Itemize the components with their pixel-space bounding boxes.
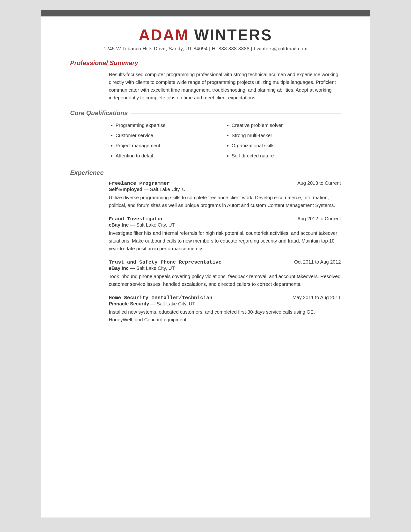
list-item: Attention to detail xyxy=(116,151,225,160)
qualifications-col1: Programming expertise Customer service P… xyxy=(109,121,225,161)
job-dates: Aug 2012 to Current xyxy=(297,216,341,221)
core-qualifications-section: Core Qualifications Programming expertis… xyxy=(70,109,341,161)
list-item: Customer service xyxy=(116,131,225,140)
contact-info: 1245 W Tobacco Hills Drive, Sandy, UT 84… xyxy=(70,46,341,51)
job-fraud-investigator: Fraud Investigator Aug 2012 to Current e… xyxy=(70,216,341,252)
professional-summary-line xyxy=(141,63,341,63)
job-header: Trust and Safety Phone Representative Oc… xyxy=(109,259,341,265)
company-name: Self-Employed xyxy=(109,187,142,192)
job-description: Installed new systems, educated customer… xyxy=(109,308,341,323)
qualifications-col2: Creative problem solver Strong multi-tas… xyxy=(225,121,341,161)
professional-summary-title: Professional Summary xyxy=(70,59,141,67)
first-name: ADAM xyxy=(139,26,189,44)
company-name: Pinnacle Security xyxy=(109,301,149,306)
list-item: Strong multi-tasker xyxy=(232,131,341,140)
last-name: WINTERS xyxy=(189,26,272,44)
job-company: Pinnacle Security — Salt Lake City, UT xyxy=(109,301,341,307)
professional-summary-section: Professional Summary Results-focused com… xyxy=(70,59,341,102)
job-description: Took inbound phone appeals covering poli… xyxy=(109,273,341,288)
experience-header: Experience xyxy=(70,169,341,177)
qualifications-grid: Programming expertise Customer service P… xyxy=(70,121,341,161)
job-header: Home Security Installer/Technician May 2… xyxy=(109,295,341,301)
job-home-security: Home Security Installer/Technician May 2… xyxy=(70,295,341,323)
job-freelance-programmer: Freelance Programmer Aug 2013 to Current… xyxy=(70,180,341,209)
job-header: Freelance Programmer Aug 2013 to Current xyxy=(109,180,341,186)
resume-page: ADAM WINTERS 1245 W Tobacco Hills Drive,… xyxy=(41,10,370,517)
job-title: Home Security Installer/Technician xyxy=(109,295,212,301)
job-trust-safety: Trust and Safety Phone Representative Oc… xyxy=(70,259,341,288)
job-dates: May 2011 to Aug 2011 xyxy=(292,295,341,300)
job-description: Investigate filter hits and internal ref… xyxy=(109,229,341,252)
job-dates: Oct 2011 to Aug 2012 xyxy=(294,259,341,265)
job-company: eBay Inc — Salt Lake City, UT xyxy=(109,266,341,271)
experience-section: Experience Freelance Programmer Aug 2013… xyxy=(70,169,341,323)
content-area: ADAM WINTERS 1245 W Tobacco Hills Drive,… xyxy=(41,17,370,345)
core-qualifications-line xyxy=(131,113,341,114)
job-header: Fraud Investigator Aug 2012 to Current xyxy=(109,216,341,222)
core-qualifications-title: Core Qualifications xyxy=(70,109,131,117)
list-item: Organizational skills xyxy=(232,141,341,150)
professional-summary-body: Results-focused computer programming pro… xyxy=(70,71,341,102)
job-company: eBay Inc — Salt Lake City, UT xyxy=(109,222,341,228)
core-qualifications-header: Core Qualifications xyxy=(70,109,341,117)
list-item: Project management xyxy=(116,141,225,150)
company-name: eBay Inc xyxy=(109,266,129,271)
job-dates: Aug 2013 to Current xyxy=(297,180,341,186)
job-title: Freelance Programmer xyxy=(109,181,170,186)
full-name: ADAM WINTERS xyxy=(70,26,341,44)
job-description: Utilize diverse programming skills to co… xyxy=(109,194,341,209)
job-title: Fraud Investigator xyxy=(109,216,164,222)
experience-line xyxy=(107,173,341,173)
list-item: Self-directed nature xyxy=(232,151,341,160)
company-name: eBay Inc xyxy=(109,222,129,228)
list-item: Programming expertise xyxy=(116,121,225,130)
professional-summary-header: Professional Summary xyxy=(70,59,341,67)
job-company: Self-Employed — Salt Lake City, UT xyxy=(109,187,341,192)
experience-title: Experience xyxy=(70,169,107,177)
job-title: Trust and Safety Phone Representative xyxy=(109,259,222,265)
top-bar xyxy=(41,10,370,17)
header: ADAM WINTERS 1245 W Tobacco Hills Drive,… xyxy=(70,26,341,51)
list-item: Creative problem solver xyxy=(232,121,341,130)
